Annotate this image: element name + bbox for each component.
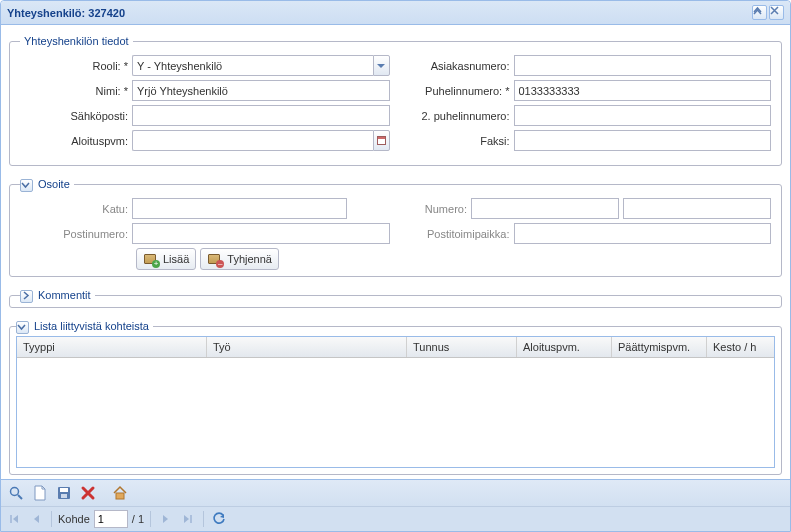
katu-input[interactable] — [132, 198, 347, 219]
refresh-button[interactable] — [210, 510, 228, 528]
postinumero-input[interactable] — [132, 223, 390, 244]
new-button[interactable] — [29, 482, 51, 504]
page-last-button[interactable] — [179, 510, 197, 528]
home-button[interactable] — [109, 482, 131, 504]
fieldset-details: Yhteyshenkilön tiedot Rooli: * Asiakasnu… — [9, 35, 782, 166]
clear-address-label: Tyhjennä — [227, 253, 272, 265]
add-address-label: Lisää — [163, 253, 189, 265]
paging-label: Kohde — [58, 513, 90, 525]
close-icon[interactable] — [769, 5, 784, 20]
legend-comments: Kommentit — [20, 289, 95, 301]
paging-separator — [51, 511, 52, 527]
postitoimipaikka-input[interactable] — [514, 223, 772, 244]
legend-address: Osoite — [20, 178, 74, 190]
label-postinumero: Postinumero: — [20, 228, 132, 240]
numero-input-1[interactable] — [471, 198, 619, 219]
rooli-combo-input[interactable] — [132, 55, 373, 76]
svg-rect-3 — [60, 488, 68, 492]
panel-title: Yhteyshenkilö: 327420 — [7, 7, 125, 19]
label-nimi: Nimi: * — [20, 85, 132, 97]
box-add-icon: + — [143, 251, 159, 267]
label-asiakasnumero: Asiakasnumero: — [402, 60, 514, 72]
label-puhelin2: 2. puhelinnumero: — [402, 110, 514, 122]
add-address-button[interactable]: + Lisää — [136, 248, 196, 270]
fieldset-address: Osoite Katu: Numero: Postinumero: — [9, 178, 782, 277]
label-puhelin: Puhelinnumero: * — [402, 85, 514, 97]
page-first-button[interactable] — [5, 510, 23, 528]
save-button[interactable] — [53, 482, 75, 504]
save-icon — [56, 485, 72, 501]
label-faksi: Faksi: — [402, 135, 514, 147]
paging-total: / 1 — [132, 513, 144, 525]
aloituspvm-date-trigger[interactable] — [373, 130, 390, 151]
label-postitoimipaikka: Postitoimipaikka: — [402, 228, 514, 240]
delete-icon — [80, 485, 96, 501]
delete-button[interactable] — [77, 482, 99, 504]
paging-separator-3 — [203, 511, 204, 527]
clear-address-button[interactable]: – Tyhjennä — [200, 248, 279, 270]
page-prev-button[interactable] — [27, 510, 45, 528]
collapse-up-icon[interactable] — [752, 5, 767, 20]
search-button[interactable] — [5, 482, 27, 504]
calendar-icon — [377, 136, 386, 145]
svg-rect-5 — [116, 493, 124, 499]
aloituspvm-input[interactable] — [132, 130, 373, 151]
legend-list: Lista liittyvistä kohteista — [16, 320, 153, 332]
legend-comments-text: Kommentit — [38, 289, 91, 301]
home-icon — [112, 485, 128, 501]
email-input[interactable] — [132, 105, 390, 126]
rooli-combo-trigger[interactable] — [373, 55, 390, 76]
toggle-list[interactable] — [16, 321, 29, 334]
fieldset-list: Lista liittyvistä kohteista Tyyppi Työ T… — [9, 320, 782, 475]
puhelin2-input[interactable] — [514, 105, 772, 126]
page-number-input[interactable] — [94, 510, 128, 528]
svg-line-1 — [18, 495, 22, 499]
label-email: Sähköposti: — [20, 110, 132, 122]
paging-toolbar: Kohde / 1 — [1, 506, 790, 531]
col-tunnus[interactable]: Tunnus — [407, 337, 517, 357]
fieldset-comments: Kommentit — [9, 289, 782, 308]
toggle-address[interactable] — [20, 179, 33, 192]
bottom-toolbar — [1, 479, 790, 506]
svg-point-0 — [11, 488, 19, 496]
paging-separator-2 — [150, 511, 151, 527]
refresh-icon — [212, 512, 226, 526]
chevron-down-icon — [377, 64, 385, 68]
col-kesto[interactable]: Kesto / h — [707, 337, 774, 357]
related-grid: Tyyppi Työ Tunnus Aloituspvm. Päättymisp… — [16, 336, 775, 468]
puhelin-input[interactable] — [514, 80, 772, 101]
page-icon — [32, 485, 48, 501]
numero-input-2[interactable] — [623, 198, 771, 219]
legend-list-text: Lista liittyvistä kohteista — [34, 320, 149, 332]
box-clear-icon: – — [207, 251, 223, 267]
col-paattymispvm[interactable]: Päättymispvm. — [612, 337, 707, 357]
asiakasnumero-input[interactable] — [514, 55, 772, 76]
page-next-button[interactable] — [157, 510, 175, 528]
panel-header: Yhteyshenkilö: 327420 — [1, 1, 790, 25]
nimi-input[interactable] — [132, 80, 390, 101]
legend-address-text: Osoite — [38, 178, 70, 190]
label-rooli: Rooli: * — [20, 60, 132, 72]
label-aloituspvm: Aloituspvm: — [20, 135, 132, 147]
grid-header: Tyyppi Työ Tunnus Aloituspvm. Päättymisp… — [17, 337, 774, 358]
col-aloituspvm[interactable]: Aloituspvm. — [517, 337, 612, 357]
search-icon — [8, 485, 24, 501]
label-numero: Numero: — [359, 203, 471, 215]
col-tyo[interactable]: Työ — [207, 337, 407, 357]
toggle-comments[interactable] — [20, 290, 33, 303]
label-katu: Katu: — [20, 203, 132, 215]
col-tyyppi[interactable]: Tyyppi — [17, 337, 207, 357]
grid-body[interactable] — [17, 358, 774, 467]
legend-details: Yhteyshenkilön tiedot — [20, 35, 133, 47]
faksi-input[interactable] — [514, 130, 772, 151]
svg-rect-4 — [61, 494, 67, 498]
